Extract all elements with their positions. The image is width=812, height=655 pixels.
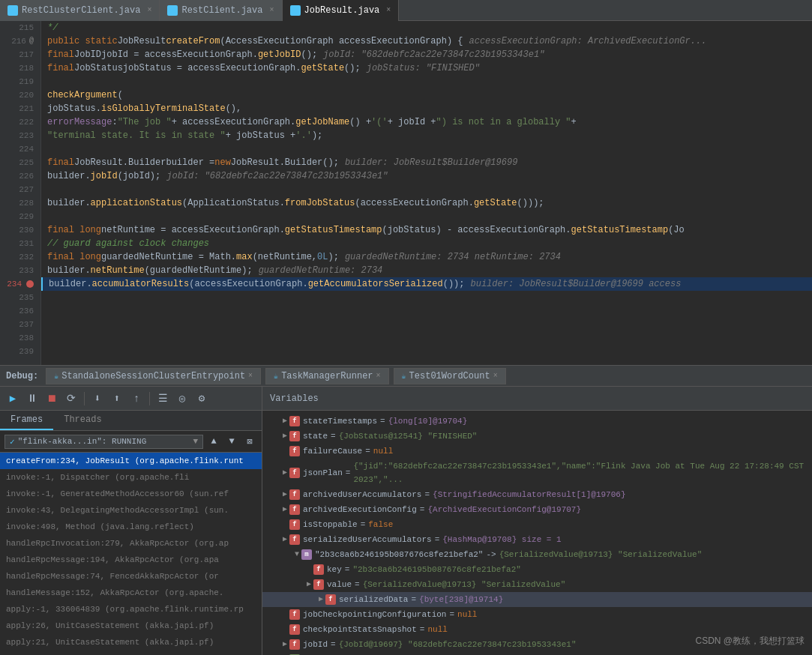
line-number-231: 231 [4, 237, 37, 250]
expand-icon[interactable]: ▶ [280, 640, 289, 649]
frame-item-5[interactable]: handleRpcInvocation:279, AkkaRpcActor (o… [0, 535, 262, 552]
debug-tab-close[interactable]: × [493, 372, 498, 380]
expand-icon[interactable]: ▼ [292, 550, 301, 559]
line-number-226: 226 [4, 169, 37, 183]
expand-icon[interactable]: ▶ [304, 580, 313, 589]
frame-text: handleMessage:152, AkkaRpcActor (org.apa… [6, 588, 223, 597]
code-line-238 [41, 331, 812, 345]
line-number-238: 238 [4, 331, 37, 345]
thread-filter-btn[interactable]: ⊠ [242, 434, 257, 449]
var-jobCheckpointingConfiguration[interactable]: f jobCheckpointingConfiguration = null [262, 607, 812, 622]
stop-btn[interactable]: ⏹ [43, 390, 60, 407]
debug-tab-label: TaskManagerRunner [281, 371, 373, 381]
var-map-entry[interactable]: ▼ m "2b3c8a6b246195b087676c8fe21befa2" -… [262, 547, 812, 562]
step-into-btn[interactable]: ⬆ [109, 390, 125, 407]
frame-item-9[interactable]: apply:-1, 336064839 (org.apache.flink.ru… [0, 601, 262, 618]
frames-tab[interactable]: Frames [0, 411, 53, 430]
code-line-218: final JobStatus jobStatus = accessExecut… [41, 61, 812, 75]
threads-tab[interactable]: Threads [53, 411, 112, 430]
frame-text: handleRpcMessage:74, FencedAkkaRpcActor … [6, 572, 219, 581]
code-line-220: checkArgument( [41, 88, 812, 102]
code-line-234: builder.accumulatorResults(accessExecuti… [41, 277, 812, 291]
tab-close-btn[interactable]: × [147, 6, 151, 14]
line-number-225: 225 [4, 156, 37, 169]
debug-tab-taskmanager[interactable]: ☕ TaskManagerRunner × [265, 368, 388, 384]
expand-icon-placeholder [280, 447, 289, 456]
settings-btn[interactable]: ⚙ [193, 390, 210, 407]
frame-item-2[interactable]: invoke:-1, GeneratedMethodAccessor60 (su… [0, 486, 262, 502]
code-line-227 [41, 183, 812, 196]
debugger-toolbar: ▶ ⏸ ⏹ ⟳ ⬇ ⬆ ↑ ☰ ◎ ⚙ [0, 387, 262, 411]
frame-item-8[interactable]: handleMessage:152, AkkaRpcActor (org.apa… [0, 585, 262, 601]
step-over-btn[interactable]: ⬇ [89, 390, 106, 407]
tab-close-btn[interactable]: × [269, 6, 274, 14]
pause-btn[interactable]: ⏸ [24, 390, 40, 407]
var-isStoppable[interactable]: f isStoppable = false [262, 517, 812, 532]
line-number-232: 232 [4, 250, 37, 264]
var-failureCause[interactable]: f failureCause = null [262, 444, 812, 459]
line-number-221: 221 [4, 102, 37, 115]
expand-icon[interactable]: ▶ [280, 505, 289, 514]
frame-item-6[interactable]: handleRpcMessage:194, AkkaRpcActor (org.… [0, 552, 262, 568]
variables-header-label: Variables [270, 393, 319, 404]
var-key[interactable]: f key = "2b3c8a6b246195b087676c8fe21befa… [262, 562, 812, 577]
code-line-235 [41, 291, 812, 304]
frame-item-7[interactable]: handleRpcMessage:74, FencedAkkaRpcActor … [0, 568, 262, 585]
step-out-btn[interactable]: ↑ [128, 390, 145, 407]
line-numbers: 215 216@ 217 218 219 220 221 222 223 224… [0, 21, 41, 365]
frame-item-0[interactable]: createFrom:234, JobResult (org.apache.fl… [0, 453, 262, 469]
frame-item-12[interactable]: applyOrElse:123, PartialFunction$class (… [0, 651, 262, 655]
expand-icon[interactable]: ▶ [280, 490, 289, 499]
code-line-222: errorMessage: "The job " + accessExecuti… [41, 115, 812, 129]
debug-tab-standalone[interactable]: ☕ StandaloneSessionClusterEntrypoint × [46, 368, 261, 384]
var-jobStatus[interactable]: ▶ e jobStatus = {JobStatus@12541} "FINIS… [262, 652, 812, 655]
frame-item-1[interactable]: invoke:-1, Dispatcher (org.apache.fli [0, 469, 262, 486]
frame-item-3[interactable]: invoke:43, DelegatingMethodAccessorImpl … [0, 502, 262, 519]
tab-label: RestClient.java [181, 5, 262, 16]
var-serializedUserAccumulators[interactable]: ▶ f serializedUserAccumulators = {HashMa… [262, 532, 812, 547]
thread-up-btn[interactable]: ▲ [206, 434, 221, 449]
variables-panel: Variables ▶ f stateTimestamps = {long[10… [262, 387, 812, 655]
field-type-icon: f [325, 594, 336, 605]
view-breakpoints-btn[interactable]: ☰ [154, 390, 171, 407]
frame-item-10[interactable]: apply:26, UnitCaseStatement (akka.japi.p… [0, 618, 262, 634]
tab-rest-client[interactable]: RestClient.java × [160, 0, 282, 21]
tab-rest-cluster-client[interactable]: RestClusterClient.java × [0, 0, 160, 21]
expand-icon[interactable]: ▶ [316, 595, 325, 604]
line-number-236: 236 [4, 304, 37, 318]
expand-icon[interactable]: ▶ [280, 468, 289, 477]
var-stateTimestamps[interactable]: ▶ f stateTimestamps = {long[10]@19704} [262, 414, 812, 429]
code-line-231: // guard against clock changes [41, 237, 812, 250]
thread-dropdown[interactable]: ✓ "flink-akka...in": RUNNING ▼ [4, 435, 203, 449]
debug-tab-close[interactable]: × [376, 372, 381, 380]
var-archivedExecutionConfig[interactable]: ▶ f archivedExecutionConfig = {ArchivedE… [262, 502, 812, 517]
field-type-icon: f [289, 609, 300, 620]
mute-breakpoints-btn[interactable]: ◎ [174, 390, 190, 407]
var-jsonPlan[interactable]: ▶ f jsonPlan = {"jid":"682debfc2ac22e738… [262, 459, 812, 487]
expand-icon[interactable]: ▶ [280, 417, 289, 426]
thread-selector: ✓ "flink-akka...in": RUNNING ▼ ▲ ▼ ⊠ [0, 431, 262, 453]
var-state[interactable]: ▶ f state = {JobStatus@12541} "FINISHED" [262, 429, 812, 444]
debug-tab-close[interactable]: × [248, 372, 253, 380]
frame-item-4[interactable]: invoke:498, Method (java.lang.reflect) [0, 519, 262, 535]
rerun-btn[interactable]: ⟳ [63, 390, 79, 407]
frame-text: apply:21, UnitCaseStatement (akka.japi.p… [6, 638, 214, 647]
breakpoint-icon [26, 280, 34, 288]
debug-tab-label: Test01WordCount [409, 371, 490, 381]
code-line-226: builder.jobId(jobId); jobId: "682debfc2a… [41, 169, 812, 183]
variables-list: ▶ f stateTimestamps = {long[10]@19704} ▶… [262, 411, 812, 655]
line-number-234: 234 [4, 277, 37, 291]
var-serializedData[interactable]: ▶ f serializedData = {byte[238]@19714} [262, 592, 812, 607]
expand-icon[interactable]: ▶ [280, 432, 289, 441]
frame-item-11[interactable]: apply:21, UnitCaseStatement (akka.japi.p… [0, 634, 262, 651]
tab-job-result[interactable]: JobResult.java × [283, 0, 400, 21]
line-number-228: 228 [4, 196, 37, 210]
tab-close-btn[interactable]: × [386, 6, 391, 14]
expand-icon[interactable]: ▶ [280, 535, 289, 544]
line-number-229: 229 [4, 210, 37, 223]
resume-btn[interactable]: ▶ [4, 390, 21, 407]
debug-tab-test01[interactable]: ☕ Test01WordCount × [394, 368, 506, 384]
var-archivedUserAccumulators[interactable]: ▶ f archivedUserAccumulators = {Stringif… [262, 487, 812, 502]
thread-down-btn[interactable]: ▼ [224, 434, 239, 449]
var-value[interactable]: ▶ f value = {SerializedValue@19713} "Ser… [262, 577, 812, 592]
